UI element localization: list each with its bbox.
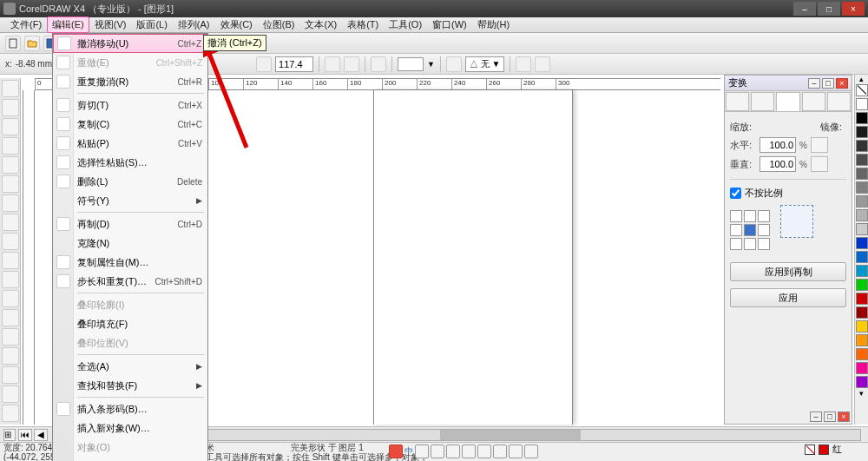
dimension-tool[interactable] bbox=[2, 309, 19, 326]
docker-min-icon[interactable]: – bbox=[808, 78, 820, 89]
mirror-v-button[interactable] bbox=[811, 156, 828, 172]
color-swatch[interactable] bbox=[856, 112, 868, 124]
tab-scale[interactable] bbox=[776, 92, 799, 111]
color-swatch[interactable] bbox=[856, 251, 868, 263]
scale-v-input[interactable] bbox=[760, 156, 796, 172]
wrap-combo[interactable]: △ 无 ▼ bbox=[465, 56, 504, 72]
page-first-button[interactable]: ⏮ bbox=[18, 429, 32, 441]
interactive-tool[interactable] bbox=[2, 347, 19, 365]
convert2-icon[interactable] bbox=[535, 56, 550, 72]
tray-icon[interactable] bbox=[524, 445, 538, 458]
apply-duplicate-button[interactable]: 应用到再制 bbox=[730, 262, 846, 281]
color-swatch[interactable] bbox=[856, 320, 868, 333]
ellipse-tool[interactable] bbox=[2, 214, 19, 231]
menu-1[interactable]: 编辑(E) bbox=[47, 16, 89, 33]
edit-menu-item-4[interactable]: 剪切(T)Ctrl+X bbox=[53, 95, 207, 115]
shape-tool[interactable] bbox=[2, 99, 19, 116]
menu-3[interactable]: 版面(L) bbox=[131, 16, 172, 33]
docker-max-icon[interactable]: □ bbox=[822, 78, 834, 89]
color-swatch[interactable] bbox=[856, 348, 868, 360]
edit-menu-item-24[interactable]: 插入新对象(W)… bbox=[53, 418, 207, 438]
outline-style-combo[interactable] bbox=[398, 57, 424, 71]
color-swatch[interactable] bbox=[856, 362, 868, 374]
edit-menu-item-7[interactable]: 选择性粘贴(S)… bbox=[53, 153, 207, 172]
docker2-min-icon[interactable]: – bbox=[810, 412, 822, 422]
close-button[interactable]: × bbox=[842, 2, 865, 16]
edit-menu-item-5[interactable]: 复制(C)Ctrl+C bbox=[53, 115, 207, 134]
edit-menu-item-11[interactable]: 再制(D)Ctrl+D bbox=[53, 214, 207, 234]
palette-down-icon[interactable]: ▾ bbox=[855, 389, 868, 398]
text-tool[interactable] bbox=[2, 271, 19, 288]
edit-menu-item-2[interactable]: 重复撤消(R)Ctrl+R bbox=[53, 72, 207, 91]
tray-icon[interactable] bbox=[415, 445, 429, 458]
color-swatch[interactable] bbox=[856, 181, 868, 194]
palette-up-icon[interactable]: ▴ bbox=[855, 75, 868, 83]
edit-menu-item-14[interactable]: 步长和重复(T)…Ctrl+Shift+D bbox=[53, 272, 207, 291]
outline-tool[interactable] bbox=[2, 385, 19, 403]
color-swatch[interactable] bbox=[856, 306, 868, 319]
tray-icon[interactable] bbox=[509, 445, 523, 458]
tab-position[interactable] bbox=[726, 92, 749, 111]
open-icon[interactable] bbox=[24, 36, 40, 51]
tray-icon[interactable] bbox=[431, 445, 444, 458]
page-prev-button[interactable]: ◀ bbox=[34, 429, 48, 441]
menu-10[interactable]: 窗口(W) bbox=[427, 16, 472, 33]
menu-6[interactable]: 位图(B) bbox=[258, 16, 300, 33]
menu-0[interactable]: 文件(F) bbox=[5, 16, 47, 33]
menu-7[interactable]: 文本(X) bbox=[299, 16, 342, 33]
tray-icon[interactable] bbox=[446, 445, 460, 458]
menu-8[interactable]: 表格(T) bbox=[342, 16, 384, 33]
pick-tool[interactable] bbox=[2, 80, 19, 97]
tray-sogou-icon[interactable] bbox=[389, 445, 403, 458]
tab-size[interactable] bbox=[802, 92, 825, 111]
rectangle-tool[interactable] bbox=[2, 194, 19, 212]
tray-icon[interactable] bbox=[493, 445, 507, 458]
edit-menu-item-0[interactable]: 撤消移动(U)Ctrl+Z bbox=[53, 34, 207, 53]
anchor-grid[interactable] bbox=[730, 210, 770, 250]
table-tool[interactable] bbox=[2, 290, 19, 307]
docker-close-icon[interactable]: × bbox=[836, 78, 848, 89]
color-swatch[interactable] bbox=[856, 168, 868, 180]
edit-menu-item-9[interactable]: 符号(Y)▶ bbox=[53, 191, 207, 210]
page-plus-icon[interactable]: ⊞ bbox=[3, 429, 16, 441]
tray-icon[interactable] bbox=[462, 445, 476, 458]
color-swatch[interactable] bbox=[856, 237, 868, 249]
scale-h-input[interactable] bbox=[760, 137, 796, 153]
basic-shapes-tool[interactable] bbox=[2, 252, 19, 269]
edit-menu-item-6[interactable]: 粘贴(P)Ctrl+V bbox=[53, 134, 207, 153]
convert-icon[interactable] bbox=[516, 56, 531, 72]
color-swatch[interactable] bbox=[856, 265, 868, 277]
nonproportional-checkbox[interactable]: 不按比例 bbox=[730, 187, 846, 200]
freehand-tool[interactable] bbox=[2, 156, 19, 174]
new-icon[interactable] bbox=[5, 36, 21, 51]
fill-tool[interactable] bbox=[2, 405, 19, 422]
docker2-close-icon[interactable]: × bbox=[838, 412, 850, 422]
menu-11[interactable]: 帮助(H) bbox=[472, 16, 515, 33]
color-swatch[interactable] bbox=[856, 376, 868, 388]
edit-menu-item-21[interactable]: 查找和替换(F)▶ bbox=[53, 376, 207, 395]
menu-5[interactable]: 效果(C) bbox=[215, 16, 258, 33]
tab-rotate[interactable] bbox=[751, 92, 774, 111]
color-swatch[interactable] bbox=[856, 126, 868, 138]
menu-9[interactable]: 工具(O) bbox=[384, 16, 427, 33]
fill-color-swatch[interactable] bbox=[819, 445, 829, 455]
edit-menu-item-13[interactable]: 复制属性自(M)… bbox=[53, 253, 207, 272]
color-swatch[interactable] bbox=[856, 223, 868, 235]
smart-fill-tool[interactable] bbox=[2, 175, 19, 193]
color-swatch[interactable] bbox=[856, 334, 868, 346]
edit-menu-item-20[interactable]: 全选(A)▶ bbox=[53, 357, 207, 376]
mirror-h-button[interactable] bbox=[811, 137, 828, 153]
minimize-button[interactable]: – bbox=[793, 2, 816, 16]
color-swatch[interactable] bbox=[856, 293, 868, 305]
docker2-max-icon[interactable]: □ bbox=[824, 412, 836, 422]
mirror-h-icon[interactable] bbox=[325, 56, 340, 72]
width-input[interactable] bbox=[275, 56, 313, 72]
no-color-swatch[interactable] bbox=[856, 84, 868, 96]
eyedropper-tool[interactable] bbox=[2, 366, 19, 384]
polygon-tool[interactable] bbox=[2, 233, 19, 250]
color-swatch[interactable] bbox=[856, 154, 868, 166]
color-swatch[interactable] bbox=[856, 195, 868, 207]
menu-2[interactable]: 视图(V) bbox=[89, 16, 132, 33]
edit-menu-item-8[interactable]: 删除(L)Delete bbox=[53, 172, 207, 191]
color-swatch[interactable] bbox=[856, 98, 868, 110]
